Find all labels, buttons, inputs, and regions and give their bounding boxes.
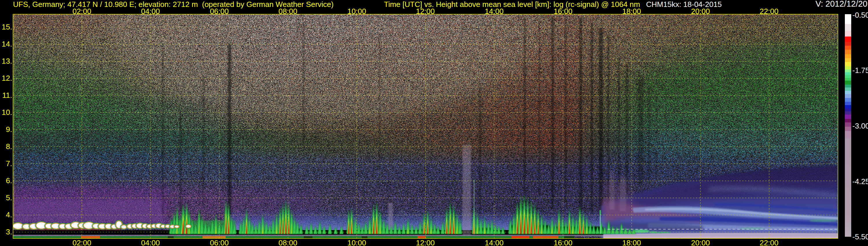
svg-text:20:00: 20:00 [691,239,710,246]
svg-text:02:00: 02:00 [72,7,91,16]
svg-text:12:00: 12:00 [416,239,435,246]
svg-text:7.: 7. [6,159,12,168]
svg-text:20:00: 20:00 [691,7,710,16]
svg-text:22:00: 22:00 [760,239,778,246]
svg-text:06:00: 06:00 [210,239,228,246]
svg-text:12.: 12. [2,74,12,83]
svg-text:-0.50: -0.50 [852,11,868,20]
svg-text:16:00: 16:00 [554,7,572,16]
svg-text:08:00: 08:00 [278,239,297,246]
svg-text:4.: 4. [6,210,12,219]
svg-text:-4.25: -4.25 [852,177,868,186]
svg-text:14:00: 14:00 [485,239,503,246]
svg-text:15.: 15. [2,23,12,31]
svg-text:9.: 9. [6,125,12,134]
svg-text:6.: 6. [6,176,12,185]
svg-text:22:00: 22:00 [760,7,778,16]
svg-text:V: 2012/12/20: V: 2012/12/20 [815,0,867,8]
svg-text:04:00: 04:00 [141,7,160,16]
svg-text:18:00: 18:00 [622,239,641,246]
svg-text:06:00: 06:00 [210,7,228,16]
svg-text:11.: 11. [2,91,12,99]
svg-text:10:00: 10:00 [347,7,366,16]
svg-text:13.: 13. [2,57,12,65]
svg-text:10:00: 10:00 [347,239,366,246]
svg-text:3.: 3. [6,227,12,236]
svg-text:18:00: 18:00 [622,7,641,16]
svg-text:12:00: 12:00 [416,7,435,16]
svg-text:04:00: 04:00 [141,239,160,246]
svg-text:-5.50: -5.50 [852,233,868,241]
svg-text:5.: 5. [6,193,12,202]
svg-text:-3.00: -3.00 [852,122,868,130]
svg-text:10.: 10. [2,108,12,117]
svg-text:14:00: 14:00 [485,7,503,16]
svg-text:-1.75: -1.75 [852,66,868,75]
svg-text:CHM15kx: 18-04-2015: CHM15kx: 18-04-2015 [646,0,722,9]
svg-text:8.: 8. [6,142,12,151]
svg-text:08:00: 08:00 [278,7,297,16]
svg-text:14.: 14. [2,40,12,48]
svg-text:16:00: 16:00 [554,239,572,246]
svg-text:02:00: 02:00 [72,239,91,246]
